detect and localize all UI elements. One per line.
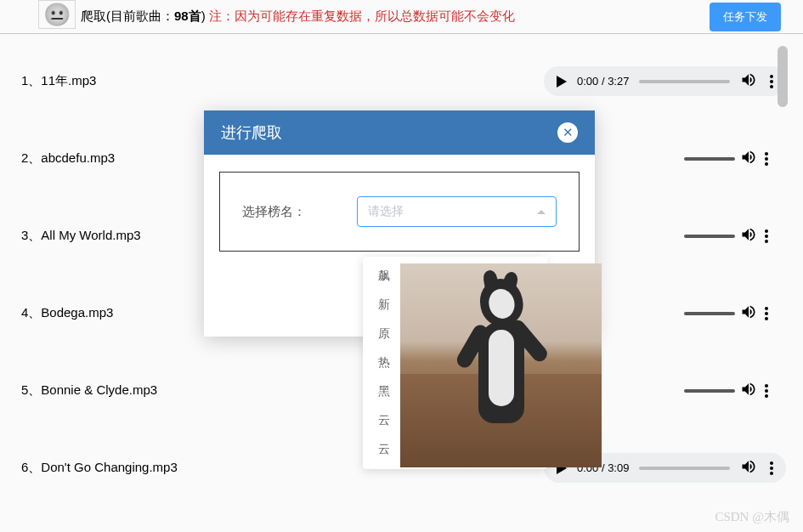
form-box: 选择榜名： 请选择	[219, 172, 580, 252]
chart-select[interactable]: 请选择	[357, 196, 557, 227]
select-placeholder: 请选择	[368, 204, 404, 219]
modal-title: 进行爬取	[221, 122, 282, 143]
modal-header: 进行爬取 ✕	[204, 110, 595, 155]
watermark: CSDN @木偶	[715, 509, 789, 525]
select-label: 选择榜名：	[242, 204, 306, 220]
chevron-down-icon	[537, 210, 546, 214]
husky-gif-overlay	[400, 263, 602, 467]
close-icon[interactable]: ✕	[557, 122, 578, 143]
